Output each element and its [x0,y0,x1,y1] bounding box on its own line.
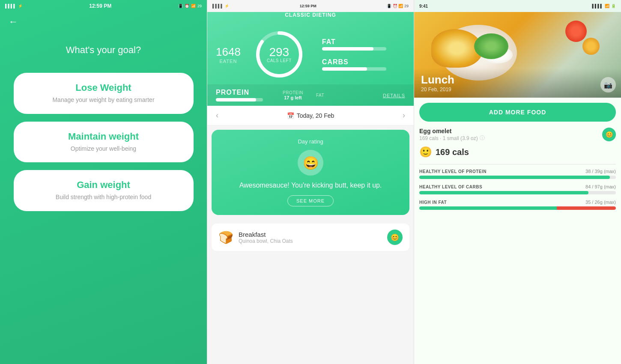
status-bar-panel1: ▌▌▌▌ ⚡ 12:59 PM 📳 ⏰ 📶 29 [0,0,207,12]
cals-left-circle: 293 CALS LEFT [254,29,305,80]
fat-bar-header: HIGH IN FAT 35 / 26g (max) [419,200,616,205]
cals-left-center: 293 CALS LEFT [267,46,292,63]
protein-g-left: 17 g left [284,95,302,100]
protein-bar-fill [216,98,256,101]
cals-eaten-label: EATEN [219,59,237,64]
date-next-button[interactable]: › [403,111,405,120]
battery-icon: 29 [197,4,202,8]
day-rating-emoji-circle: 😄 [298,150,323,176]
goal-title-gain-weight: Gain weight [27,179,181,191]
carbs-label: CARBS [322,58,405,66]
salad-decoration [474,33,508,59]
fat-bar-value: 35 / 26g (max) [585,200,616,205]
battery-icon-p3: 🔋 [611,4,616,8]
protein-detail: PROTEIN 17 g left [283,90,303,100]
carbs-bar-name: HEALTHY LEVEL OF CARBS [419,185,482,189]
see-more-button[interactable]: SEE MORE [287,195,334,206]
fat-nutrition-bar: HIGH IN FAT 35 / 26g (max) [419,200,616,210]
date-display: 📅 Today, 20 Feb [287,112,334,119]
carbs-bar-track [322,67,386,71]
panel-classic-dieting: ▌▌▌▌ ⚡ 12:59 PM 📳 ⏰ 📶 29 CLASSIC DIETING… [207,0,414,364]
food-item-sub-text: 169 cals · 1 small (3.9 oz) [419,135,478,141]
lunch-title: Lunch [421,73,614,87]
food-item-emoji-icon: 😊 [602,128,616,141]
protein-row: PROTEIN PROTEIN 17 g left FAT DETAILS [207,84,414,106]
breakfast-title: Breakfast [239,231,382,238]
macros-row: 1648 EATEN 293 CALS LEFT FAT [207,22,414,84]
goal-sub-gain-weight: Build strength with high-protein food [27,193,181,202]
carbs-nutrition-bar: HEALTHY LEVEL OF CARBS 84 / 97g (max) [419,184,616,194]
protein-bar-name: HEALTHY LEVEL OF PROTEIN [419,169,487,174]
status-right-p2: 📳 ⏰ 📶 29 [387,4,409,8]
breakfast-subtitle: Quinoa bowl, Chia Oats [239,238,382,244]
fat-label: FAT [322,38,405,46]
cals-left-label: CALS LEFT [267,58,292,63]
fruit-decoration-1 [565,21,587,42]
details-button[interactable]: DETAILS [383,93,405,98]
cals-left-number: 293 [267,46,292,58]
food-item-subtitle: 169 cals · 1 small (3.9 oz) ⓘ [419,134,485,142]
protein-details: PROTEIN 17 g left FAT [283,90,324,100]
protein-bar-fill [419,176,610,179]
info-icon: ⓘ [480,134,485,142]
status-bar-panel2: ▌▌▌▌ ⚡ 12:59 PM 📳 ⏰ 📶 29 [207,0,414,12]
date-prev-button[interactable]: ‹ [216,111,218,120]
panel-goal-selection: ▌▌▌▌ ⚡ 12:59 PM 📳 ⏰ 📶 29 ← What's your g… [0,0,207,364]
date-navigation: ‹ 📅 Today, 20 Feb › [207,106,414,125]
status-right-p3: ▌▌▌▌ 📶 🔋 [592,4,616,8]
protein-label: PROTEIN [216,89,263,96]
breakfast-row[interactable]: 🍞 Breakfast Quinoa bowl, Chia Oats 😊 [212,224,409,251]
breakfast-info: Breakfast Quinoa bowl, Chia Oats [239,231,382,244]
protein-detail-label: PROTEIN [283,90,303,95]
day-rating-section: Day rating 😄 Awesomesauce! You're kickin… [212,130,409,215]
goal-card-maintain-weight[interactable]: Maintain weight Optimize your well-being [14,122,194,163]
camera-icon: 📷 [604,81,612,89]
classic-dieting-header: CLASSIC DIETING 1648 EATEN 293 CALS LEFT [207,12,414,106]
wifi-icon: 📶 [191,4,196,8]
calendar-icon: 📅 [287,112,294,119]
protein-nutrition-bar: HEALTHY LEVEL OF PROTEIN 38 / 39g (max) [419,169,616,179]
lunch-date: 20 Feb, 2019 [421,87,614,92]
status-right-p1: 📳 ⏰ 📶 29 [178,4,202,8]
goal-sub-lose-weight: Manage your weight by eating smarter [27,96,181,104]
cals-eaten-block: 1648 EATEN [216,45,241,64]
cals-display-row: 🙂 169 cals [419,146,616,158]
fat-bar-name: HIGH IN FAT [419,200,447,205]
alarm-icon: ⏰ [185,4,189,8]
carbs-bar-fill [419,191,588,194]
protein-bar-track [216,98,263,101]
cals-smiley-icon: 🙂 [419,146,432,158]
day-rating-label: Day rating [298,138,323,145]
details-btn-container[interactable]: DETAILS [383,91,405,99]
status-bar-panel3: 9:41 ▌▌▌▌ 📶 🔋 [414,0,621,12]
cals-eaten-number: 1648 [216,45,241,59]
classic-dieting-label: CLASSIC DIETING [207,12,414,22]
carbs-bar-header: HEALTHY LEVEL OF CARBS 84 / 97g (max) [419,184,616,189]
goal-card-gain-weight[interactable]: Gain weight Build strength with high-pro… [14,170,194,211]
camera-button[interactable]: 📷 [600,77,616,92]
signal-icon-p3: ▌▌▌▌ [592,4,603,8]
status-time-p1: 12:59 PM [89,3,111,9]
fat-bar-item: FAT [322,38,405,51]
panel-lunch-detail: 9:41 ▌▌▌▌ 📶 🔋 Lunch 20 Feb, 2019 📷 ADD M… [414,0,621,364]
status-time-p2: 12:59 PM [300,4,316,8]
carbs-bar-value: 84 / 97g (max) [585,184,616,189]
back-button-area[interactable]: ← [0,12,207,32]
protein-bar-track [419,176,616,179]
carbs-bar-item: CARBS [322,58,405,71]
goal-title-lose-weight: Lose Weight [27,82,181,93]
breakfast-emoji-icon: 🍞 [218,230,233,245]
page-title: What's your goal? [66,45,141,56]
back-arrow-icon[interactable]: ← [9,16,18,27]
wifi-icon-p3: 📶 [605,4,609,8]
food-item-name: Egg omelet [419,128,485,134]
day-rating-message: Awesomesauce! You're kicking butt, keep … [239,181,382,190]
add-more-food-button[interactable]: ADD MORE FOOD [419,103,616,122]
day-rating-emoji-icon: 😄 [303,155,319,170]
fat-detail-label: FAT [316,93,324,98]
status-icons-left: ▌▌▌▌ ⚡ [5,4,23,8]
fat-carbs-column: FAT CARBS [322,38,405,71]
goal-card-lose-weight[interactable]: Lose Weight Manage your weight by eating… [14,73,194,114]
fat-bar-fill [322,47,373,51]
signal-icon: ▌▌▌▌ [5,4,16,8]
